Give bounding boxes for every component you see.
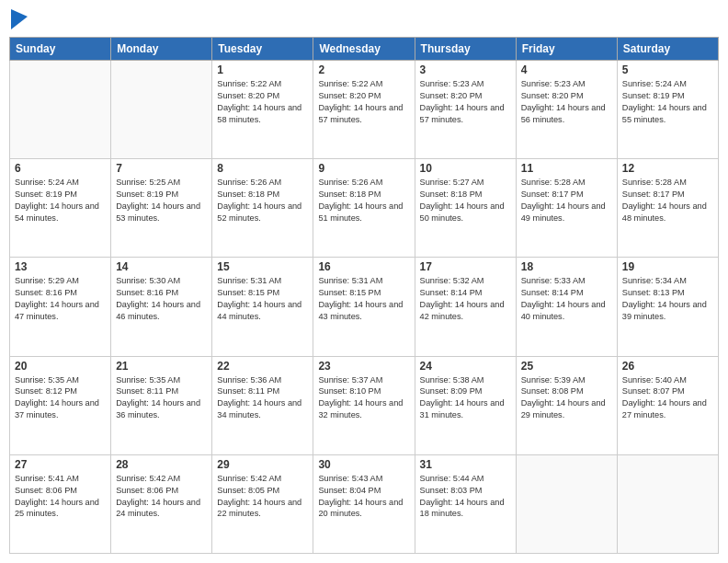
day-number: 15 — [217, 260, 308, 273]
calendar-cell: 31Sunrise: 5:44 AMSunset: 8:03 PMDayligh… — [415, 454, 516, 553]
logo — [9, 9, 28, 29]
cell-info: Sunrise: 5:36 AM — [217, 374, 308, 386]
cell-info: Sunset: 8:11 PM — [217, 385, 308, 397]
cell-info: Sunset: 8:04 PM — [318, 485, 409, 497]
cell-info: Sunset: 8:10 PM — [318, 385, 409, 397]
cell-info: Sunrise: 5:22 AM — [318, 78, 409, 90]
cell-info: Daylight: 14 hours and 24 minutes. — [116, 497, 207, 521]
calendar-cell: 30Sunrise: 5:43 AMSunset: 8:04 PMDayligh… — [313, 454, 415, 553]
cell-info: Sunset: 8:05 PM — [217, 485, 308, 497]
cell-info: Sunrise: 5:31 AM — [217, 275, 308, 287]
cell-info: Sunrise: 5:42 AM — [217, 473, 308, 485]
calendar-cell: 15Sunrise: 5:31 AMSunset: 8:15 PMDayligh… — [212, 258, 313, 356]
cell-info: Sunrise: 5:35 AM — [116, 374, 207, 386]
cell-info: Sunrise: 5:24 AM — [622, 78, 713, 90]
calendar-cell: 7Sunrise: 5:25 AMSunset: 8:19 PMDaylight… — [111, 159, 212, 258]
cell-info: Daylight: 14 hours and 58 minutes. — [217, 102, 308, 126]
cell-info: Sunset: 8:14 PM — [420, 287, 511, 299]
cell-info: Sunset: 8:06 PM — [116, 485, 207, 497]
cell-info: Daylight: 14 hours and 55 minutes. — [622, 102, 713, 126]
cell-info: Sunrise: 5:25 AM — [116, 177, 207, 189]
day-number: 5 — [622, 63, 713, 76]
cell-info: Sunset: 8:03 PM — [420, 485, 511, 497]
calendar-cell: 16Sunrise: 5:31 AMSunset: 8:15 PMDayligh… — [313, 258, 415, 356]
col-header-wednesday: Wednesday — [313, 38, 415, 61]
calendar-cell: 4Sunrise: 5:23 AMSunset: 8:20 PMDaylight… — [516, 61, 617, 159]
day-number: 12 — [622, 162, 713, 175]
day-number: 6 — [15, 162, 106, 175]
cell-info: Sunset: 8:12 PM — [15, 385, 106, 397]
cell-info: Sunrise: 5:34 AM — [622, 275, 713, 287]
cell-info: Daylight: 14 hours and 25 minutes. — [15, 497, 106, 521]
day-number: 24 — [420, 360, 511, 373]
cell-info: Sunset: 8:20 PM — [217, 90, 308, 102]
cell-info: Sunrise: 5:28 AM — [521, 177, 612, 189]
cell-info: Daylight: 14 hours and 32 minutes. — [318, 397, 409, 421]
cell-info: Sunrise: 5:26 AM — [318, 177, 409, 189]
calendar-week-1: 1Sunrise: 5:22 AMSunset: 8:20 PMDaylight… — [10, 61, 719, 159]
calendar-cell: 22Sunrise: 5:36 AMSunset: 8:11 PMDayligh… — [212, 356, 313, 454]
day-number: 2 — [318, 63, 409, 76]
day-number: 23 — [318, 360, 409, 373]
cell-info: Sunrise: 5:38 AM — [420, 374, 511, 386]
cell-info: Daylight: 14 hours and 18 minutes. — [420, 497, 511, 521]
day-number: 4 — [521, 63, 612, 76]
cell-info: Sunrise: 5:27 AM — [420, 177, 511, 189]
cell-info: Sunrise: 5:22 AM — [217, 78, 308, 90]
calendar-cell: 25Sunrise: 5:39 AMSunset: 8:08 PMDayligh… — [516, 356, 617, 454]
col-header-thursday: Thursday — [415, 38, 516, 61]
day-number: 14 — [116, 260, 207, 273]
cell-info: Sunrise: 5:41 AM — [15, 473, 106, 485]
cell-info: Daylight: 14 hours and 27 minutes. — [622, 397, 713, 421]
cell-info: Daylight: 14 hours and 47 minutes. — [15, 299, 106, 323]
col-header-friday: Friday — [516, 38, 617, 61]
cell-info: Sunrise: 5:44 AM — [420, 473, 511, 485]
cell-info: Daylight: 14 hours and 42 minutes. — [420, 299, 511, 323]
calendar-cell: 18Sunrise: 5:33 AMSunset: 8:14 PMDayligh… — [516, 258, 617, 356]
col-header-monday: Monday — [111, 38, 212, 61]
calendar-cell: 27Sunrise: 5:41 AMSunset: 8:06 PMDayligh… — [10, 454, 111, 553]
day-number: 20 — [15, 360, 106, 373]
day-number: 3 — [420, 63, 511, 76]
cell-info: Daylight: 14 hours and 29 minutes. — [521, 397, 612, 421]
calendar-cell: 23Sunrise: 5:37 AMSunset: 8:10 PMDayligh… — [313, 356, 415, 454]
calendar-cell: 12Sunrise: 5:28 AMSunset: 8:17 PMDayligh… — [617, 159, 718, 258]
cell-info: Sunrise: 5:28 AM — [622, 177, 713, 189]
header — [9, 9, 719, 29]
cell-info: Sunrise: 5:24 AM — [15, 177, 106, 189]
cell-info: Sunrise: 5:30 AM — [116, 275, 207, 287]
cell-info: Daylight: 14 hours and 31 minutes. — [420, 397, 511, 421]
cell-info: Sunrise: 5:37 AM — [318, 374, 409, 386]
cell-info: Sunset: 8:09 PM — [420, 385, 511, 397]
cell-info: Daylight: 14 hours and 51 minutes. — [318, 201, 409, 224]
cell-info: Daylight: 14 hours and 36 minutes. — [116, 397, 207, 421]
cell-info: Daylight: 14 hours and 34 minutes. — [217, 397, 308, 421]
cell-info: Sunrise: 5:31 AM — [318, 275, 409, 287]
day-number: 19 — [622, 260, 713, 273]
calendar-cell: 26Sunrise: 5:40 AMSunset: 8:07 PMDayligh… — [617, 356, 718, 454]
cell-info: Sunset: 8:17 PM — [521, 189, 612, 201]
cell-info: Sunrise: 5:35 AM — [15, 374, 106, 386]
cell-info: Sunrise: 5:40 AM — [622, 374, 713, 386]
calendar-cell: 21Sunrise: 5:35 AMSunset: 8:11 PMDayligh… — [111, 356, 212, 454]
cell-info: Sunset: 8:15 PM — [217, 287, 308, 299]
cell-info: Sunset: 8:11 PM — [116, 385, 207, 397]
cell-info: Sunset: 8:15 PM — [318, 287, 409, 299]
cell-info: Daylight: 14 hours and 20 minutes. — [318, 497, 409, 521]
cell-info: Daylight: 14 hours and 54 minutes. — [15, 201, 106, 224]
svg-marker-0 — [11, 9, 28, 29]
cell-info: Daylight: 14 hours and 40 minutes. — [521, 299, 612, 323]
cell-info: Sunrise: 5:39 AM — [521, 374, 612, 386]
day-number: 16 — [318, 260, 409, 273]
day-number: 8 — [217, 162, 308, 175]
cell-info: Sunrise: 5:43 AM — [318, 473, 409, 485]
calendar-cell: 9Sunrise: 5:26 AMSunset: 8:18 PMDaylight… — [313, 159, 415, 258]
day-number: 31 — [420, 458, 511, 471]
day-number: 29 — [217, 458, 308, 471]
cell-info: Daylight: 14 hours and 50 minutes. — [420, 201, 511, 224]
day-number: 21 — [116, 360, 207, 373]
cell-info: Sunset: 8:19 PM — [116, 189, 207, 201]
day-number: 13 — [15, 260, 106, 273]
cell-info: Sunset: 8:18 PM — [318, 189, 409, 201]
cell-info: Daylight: 14 hours and 57 minutes. — [420, 102, 511, 126]
